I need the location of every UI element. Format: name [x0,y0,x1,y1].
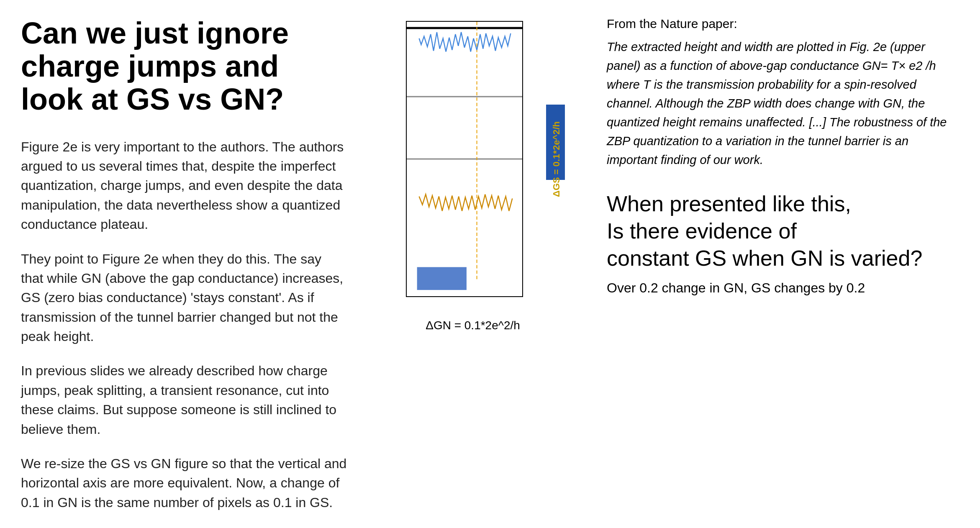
center-column: ΔGS = 0.1*2e^2/h ΔGN = 0.1*2e^2/h [364,17,582,527]
bottom-question-line2: Is there evidence of [607,219,797,243]
paragraph-3: In previous slides we already described … [21,361,347,439]
chart-container: ΔGS = 0.1*2e^2/h [402,21,544,314]
nature-label: From the Nature paper: [607,17,959,31]
y-axis-label-container: ΔGS = 0.1*2e^2/h [544,21,569,297]
bottom-question: When presented like this, Is there evide… [607,190,959,272]
chart-inner [406,21,523,297]
bottom-sub: Over 0.2 change in GN, GS changes by 0.2 [607,280,959,296]
right-column: From the Nature paper: The extracted hei… [582,17,959,527]
x-axis-label: ΔGN = 0.1*2e^2/h [426,319,520,332]
chart-svg [407,22,522,296]
paragraph-1: Figure 2e is very important to the autho… [21,137,347,234]
paragraph-4: We re-size the GS vs GN figure so that t… [21,454,347,512]
bottom-question-line1: When presented like this, [607,192,851,216]
svg-rect-4 [417,267,467,290]
paragraph-2: They point to Figure 2e when they do thi… [21,249,347,346]
bottom-question-line3: constant GS when GN is varied? [607,246,922,270]
y-axis-label: ΔGS = 0.1*2e^2/h [551,121,562,197]
nature-quote: The extracted height and width are plott… [607,38,959,169]
left-column: Can we just ignore charge jumps and look… [21,17,364,527]
page-title: Can we just ignore charge jumps and look… [21,17,347,116]
